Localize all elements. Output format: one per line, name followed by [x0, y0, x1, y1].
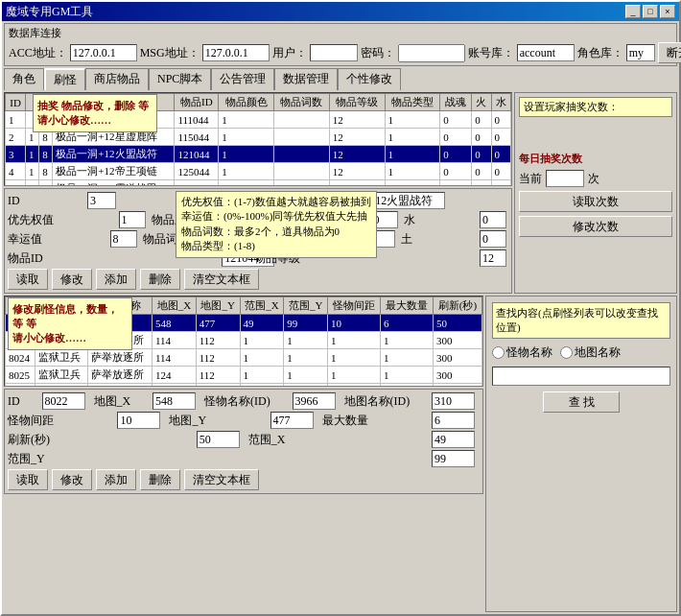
priority-input[interactable] [119, 211, 146, 228]
mry-label: 范围_Y [8, 451, 428, 467]
msg-input[interactable] [202, 44, 270, 61]
search-input[interactable] [492, 367, 670, 386]
item-delete-btn[interactable]: 删除 [140, 269, 180, 290]
earth-input[interactable] [480, 230, 506, 248]
user-input[interactable] [310, 44, 358, 61]
mrefresh-input[interactable] [197, 431, 240, 448]
item-add-btn[interactable]: 添加 [96, 269, 136, 290]
radio-map[interactable] [560, 346, 573, 359]
monster-read-btn[interactable]: 读取 [8, 469, 48, 490]
mapx-input[interactable] [153, 392, 196, 410]
lottery-set-label: 设置玩家抽奖次数： [519, 97, 672, 117]
title-bar: 魔域专用GM工具 _ □ × [2, 2, 679, 21]
item-clear-btn[interactable]: 清空文本框 [184, 269, 259, 290]
earth-label: 土 [401, 231, 477, 248]
pwd-label: 密码： [361, 45, 395, 61]
connect-button[interactable]: 断开 [658, 42, 681, 63]
col-fire: 火 [472, 94, 491, 111]
mapy-label: 地图_Y [169, 413, 266, 429]
search-hint: 查找内容(点刷怪列表可以改变查找位置) [492, 302, 670, 339]
water-label2: 水 [404, 212, 477, 228]
mdist-input[interactable] [117, 412, 160, 429]
hint-box: 优先权值：(1-7)数值越大就越容易被抽到 幸运值：(0%-100%)同等优先权… [176, 191, 377, 258]
luck-input[interactable] [110, 230, 137, 248]
radio-monster[interactable] [492, 346, 505, 359]
user-label: 用户： [272, 45, 307, 61]
monster-clear-btn[interactable]: 清空文本框 [184, 469, 259, 490]
window-title: 魔域专用GM工具 [6, 4, 93, 20]
item-table-row[interactable]: 418极品一洞+12帝王项链1250441121000 [6, 163, 511, 180]
notice2-line1: 修改刷怪信息，数量，等 等 [12, 302, 128, 331]
mcol-ry: 范围_Y [284, 297, 328, 315]
mcol-y: 地图_Y [196, 297, 240, 315]
current-input[interactable] [546, 170, 584, 187]
mapname-label: 地图名称(ID) [344, 393, 429, 410]
monster-table-row[interactable]: 8026监狱卫兵萨举放逐所1141121111300 [6, 384, 482, 388]
msg-label: MSG地址： [140, 45, 200, 61]
mcol-dist: 怪物间距 [328, 297, 381, 315]
tab-announce[interactable]: 公告管理 [211, 68, 274, 90]
monster-table-row[interactable]: 8024监狱卫兵萨举放逐所1141121111300 [6, 349, 482, 367]
col-id: ID [6, 94, 26, 111]
mrx-input[interactable] [432, 431, 475, 448]
pwd-input[interactable] [398, 44, 465, 62]
db-input[interactable] [517, 44, 575, 61]
mry-input[interactable] [432, 450, 475, 467]
tab-shop[interactable]: 商店物品 [85, 68, 149, 90]
notice1-line2: 请小心修改…… [37, 113, 153, 128]
col-itemid: 物品ID [175, 94, 219, 111]
radio-map-label: 地图名称 [575, 344, 621, 361]
search-button[interactable]: 查 找 [543, 391, 620, 413]
mmax-input[interactable] [432, 412, 475, 429]
mcol-rx: 范围_X [240, 297, 284, 315]
tab-data[interactable]: 数据管理 [274, 68, 338, 90]
priority-label: 优先权值 [8, 212, 115, 228]
mapy-input[interactable] [270, 412, 314, 429]
monster-modify-btn[interactable]: 修改 [52, 469, 92, 490]
tab-npc[interactable]: NPC脚本 [149, 68, 211, 90]
tab-role[interactable]: 角色 [4, 68, 44, 90]
db-label: 账号库： [468, 45, 514, 61]
item-read-btn[interactable]: 读取 [8, 269, 48, 290]
monster-add-btn[interactable]: 添加 [96, 469, 136, 490]
main-window: 魔域专用GM工具 _ □ × 数据库连接 ACC地址： MSG地址： 用户： 密… [0, 0, 681, 616]
item-id-label: ID [8, 194, 83, 208]
notice1-line1: 抽奖 物品修改，删除 等 [37, 99, 153, 113]
close-button[interactable]: × [660, 5, 675, 18]
tab-personal[interactable]: 个性修改 [338, 68, 401, 90]
notice2-line2: 请小心修改…… [12, 331, 128, 345]
tab-bar: 角色 刷怪 商店物品 NPC脚本 公告管理 数据管理 个性修改 [4, 68, 677, 90]
mmax-label: 最大数量 [322, 413, 428, 429]
hint-text: 优先权值：(1-7)数值越大就越容易被抽到 幸运值：(0%-100%)同等优先权… [181, 195, 371, 254]
mapname-input[interactable] [432, 392, 475, 410]
item-table-row[interactable]: 318极品一洞+12火盟战符1210441121000 [6, 146, 511, 163]
search-radio-row: 怪物名称 地图名称 [492, 344, 670, 361]
mid-label: ID [8, 394, 38, 409]
minimize-button[interactable]: _ [625, 5, 641, 18]
maximize-button[interactable]: □ [643, 5, 658, 18]
modify-count-btn[interactable]: 修改次数 [519, 216, 672, 237]
monster-table-row[interactable]: 8025监狱卫兵萨举放逐所1241121111300 [6, 367, 482, 384]
db-section-label: 数据库连接 [9, 26, 672, 40]
luck-label: 幸运值 [8, 231, 106, 248]
item-id-input[interactable] [87, 192, 116, 209]
acc-input[interactable] [70, 44, 137, 61]
col-color: 物品颜色 [219, 94, 274, 111]
monster-delete-btn[interactable]: 删除 [140, 469, 180, 490]
role-input[interactable] [626, 44, 655, 61]
notice-box-1: 抽奖 物品修改，删除 等 请小心修改…… [33, 94, 157, 132]
col-level: 物品等级 [329, 94, 385, 111]
col-words: 物品词数 [274, 94, 330, 111]
notice-box-2: 修改刷怪信息，数量，等 等 请小心修改…… [8, 297, 132, 350]
level-input[interactable] [480, 249, 506, 267]
current-unit: 次 [588, 171, 599, 187]
read-count-btn[interactable]: 读取次数 [519, 191, 672, 212]
col-type: 物品类型 [385, 94, 440, 111]
mname-input[interactable] [293, 392, 336, 410]
mcol-refresh: 刷新(秒) [433, 297, 481, 315]
water-input[interactable] [480, 211, 506, 228]
mid-input[interactable] [42, 392, 85, 410]
item-table-row[interactable]: 518极品一洞+12霸道战甲1310441121000 [6, 180, 511, 187]
tab-refresh[interactable]: 刷怪 [44, 68, 85, 90]
item-modify-btn[interactable]: 修改 [52, 269, 92, 290]
